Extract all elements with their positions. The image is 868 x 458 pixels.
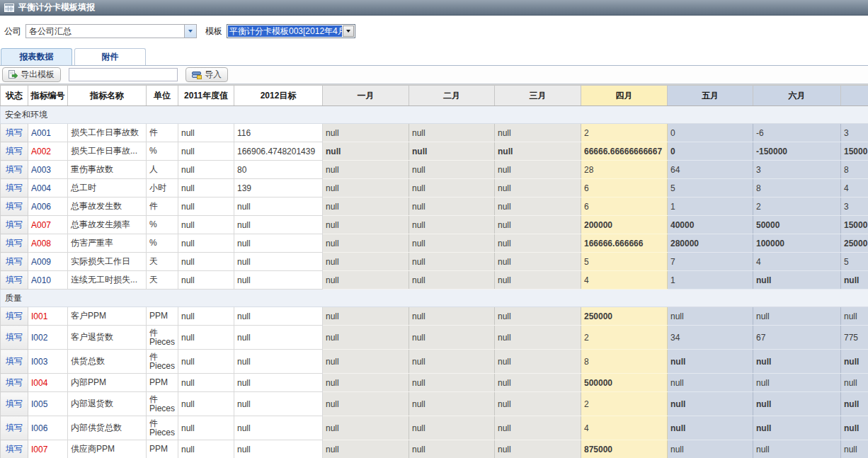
month-cell[interactable]: null <box>753 271 841 290</box>
month-cell[interactable]: null <box>323 216 409 234</box>
fill-link[interactable]: 填写 <box>6 399 23 408</box>
column-header[interactable]: 状态 <box>1 86 28 106</box>
fill-link[interactable]: 填写 <box>6 219 23 229</box>
month-cell[interactable]: null <box>495 374 581 392</box>
company-combobox[interactable]: 各公司汇总 <box>25 24 197 38</box>
month-cell[interactable]: null <box>841 374 868 392</box>
month-cell[interactable]: null <box>495 179 581 197</box>
month-cell[interactable]: null <box>753 307 841 326</box>
month-cell[interactable]: null <box>323 350 409 374</box>
month-cell[interactable]: null <box>841 440 868 458</box>
column-header[interactable] <box>841 86 868 106</box>
month-cell[interactable]: null <box>323 392 409 416</box>
column-header[interactable]: 四月 <box>581 86 668 106</box>
column-header[interactable]: 二月 <box>409 86 495 106</box>
month-cell[interactable]: null <box>668 307 753 326</box>
month-cell[interactable]: null <box>668 440 753 458</box>
fill-link[interactable]: 填写 <box>6 356 23 366</box>
column-header[interactable]: 2011年度值 <box>178 86 234 106</box>
fill-link[interactable]: 填写 <box>6 127 23 137</box>
month-cell[interactable]: 166666.666666 <box>581 234 668 253</box>
month-cell[interactable]: null <box>495 326 581 350</box>
month-cell[interactable]: 0 <box>668 142 753 161</box>
month-cell[interactable]: 67 <box>753 326 841 350</box>
month-cell[interactable]: -150000 <box>753 142 841 161</box>
tab-attachments[interactable]: 附件 <box>74 48 146 65</box>
month-cell[interactable]: null <box>668 350 753 374</box>
column-header[interactable]: 单位 <box>147 86 178 106</box>
export-template-button[interactable]: 导出模板 <box>2 67 61 82</box>
month-cell[interactable]: null <box>409 216 495 234</box>
month-cell[interactable]: null <box>495 271 581 290</box>
fill-link[interactable]: 填写 <box>6 444 23 454</box>
month-cell[interactable]: 4 <box>841 179 868 197</box>
fill-link[interactable]: 填写 <box>6 146 23 156</box>
month-cell[interactable]: null <box>323 234 409 253</box>
month-cell[interactable]: 5 <box>668 179 753 197</box>
month-cell[interactable]: 8 <box>753 179 841 197</box>
template-select[interactable]: 平衡计分卡模板003[2012年4月] <box>227 24 355 38</box>
fill-link[interactable]: 填写 <box>6 423 23 433</box>
month-cell[interactable]: 280000 <box>668 234 753 253</box>
month-cell[interactable]: null <box>409 161 495 179</box>
fill-link[interactable]: 填写 <box>6 377 23 387</box>
month-cell[interactable]: -6 <box>753 124 841 142</box>
month-cell[interactable]: null <box>753 416 841 440</box>
month-cell[interactable]: null <box>409 253 495 271</box>
month-cell[interactable]: null <box>323 197 409 216</box>
month-cell[interactable]: null <box>495 416 581 440</box>
month-cell[interactable]: 4 <box>581 271 668 290</box>
month-cell[interactable]: 3 <box>841 197 868 216</box>
month-cell[interactable]: null <box>668 374 753 392</box>
month-cell[interactable]: 5 <box>841 253 868 271</box>
month-cell[interactable]: 250000 <box>581 307 668 326</box>
month-cell[interactable]: null <box>409 197 495 216</box>
month-cell[interactable]: null <box>323 124 409 142</box>
month-cell[interactable]: null <box>409 416 495 440</box>
month-cell[interactable]: 775 <box>841 326 868 350</box>
month-cell[interactable]: null <box>323 161 409 179</box>
month-cell[interactable]: 34 <box>668 326 753 350</box>
month-cell[interactable]: 875000 <box>581 440 668 458</box>
month-cell[interactable]: null <box>841 271 868 290</box>
month-cell[interactable]: null <box>841 392 868 416</box>
month-cell[interactable]: null <box>323 374 409 392</box>
column-header[interactable]: 三月 <box>495 86 581 106</box>
month-cell[interactable]: 200000 <box>581 216 668 234</box>
fill-link[interactable]: 填写 <box>6 332 23 342</box>
month-cell[interactable]: null <box>323 271 409 290</box>
month-cell[interactable]: null <box>323 326 409 350</box>
month-cell[interactable]: 64 <box>668 161 753 179</box>
month-cell[interactable]: null <box>323 142 409 161</box>
month-cell[interactable]: null <box>495 234 581 253</box>
month-cell[interactable]: null <box>668 416 753 440</box>
month-cell[interactable]: null <box>409 142 495 161</box>
column-header[interactable]: 指标名称 <box>68 86 147 106</box>
month-cell[interactable]: null <box>495 392 581 416</box>
month-cell[interactable]: 6 <box>581 179 668 197</box>
import-button[interactable]: 导入 <box>185 67 228 82</box>
import-file-input[interactable] <box>69 68 178 81</box>
month-cell[interactable]: 500000 <box>581 374 668 392</box>
month-cell[interactable]: null <box>753 440 841 458</box>
month-cell[interactable]: 2 <box>581 326 668 350</box>
month-cell[interactable]: null <box>495 216 581 234</box>
month-cell[interactable]: 2 <box>753 197 841 216</box>
month-cell[interactable]: 4 <box>581 416 668 440</box>
month-cell[interactable]: 40000 <box>668 216 753 234</box>
month-cell[interactable]: null <box>495 307 581 326</box>
month-cell[interactable]: null <box>753 350 841 374</box>
month-cell[interactable]: null <box>495 253 581 271</box>
month-cell[interactable]: 3 <box>841 124 868 142</box>
column-header[interactable]: 2012目标 <box>234 86 323 106</box>
month-cell[interactable]: null <box>409 374 495 392</box>
month-cell[interactable]: null <box>409 307 495 326</box>
month-cell[interactable]: 100000 <box>753 234 841 253</box>
month-cell[interactable]: 1 <box>668 197 753 216</box>
month-cell[interactable]: null <box>409 179 495 197</box>
fill-link[interactable]: 填写 <box>6 164 23 174</box>
fill-link[interactable]: 填写 <box>6 238 23 248</box>
month-cell[interactable]: 3 <box>753 161 841 179</box>
chevron-down-icon[interactable] <box>184 25 196 38</box>
month-cell[interactable]: null <box>841 416 868 440</box>
